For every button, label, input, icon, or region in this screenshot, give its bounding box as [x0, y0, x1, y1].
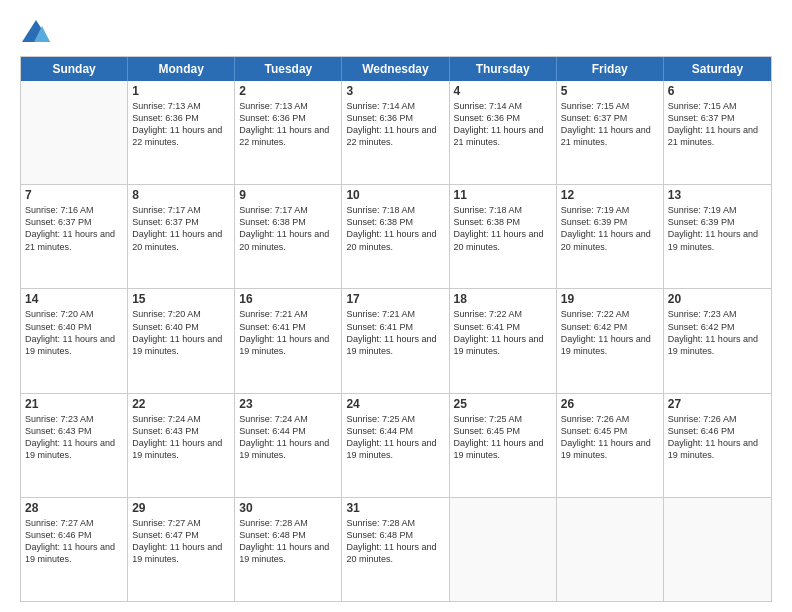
day-number: 10: [346, 188, 444, 202]
day-number: 7: [25, 188, 123, 202]
day-info: Sunrise: 7:27 AMSunset: 6:47 PMDaylight:…: [132, 517, 230, 566]
day-cell-3: 3Sunrise: 7:14 AMSunset: 6:36 PMDaylight…: [342, 81, 449, 184]
empty-cell: [21, 81, 128, 184]
week-row-1: 1Sunrise: 7:13 AMSunset: 6:36 PMDaylight…: [21, 81, 771, 185]
day-cell-17: 17Sunrise: 7:21 AMSunset: 6:41 PMDayligh…: [342, 289, 449, 392]
day-number: 9: [239, 188, 337, 202]
day-cell-15: 15Sunrise: 7:20 AMSunset: 6:40 PMDayligh…: [128, 289, 235, 392]
header-day-friday: Friday: [557, 57, 664, 81]
header-day-monday: Monday: [128, 57, 235, 81]
day-info: Sunrise: 7:24 AMSunset: 6:43 PMDaylight:…: [132, 413, 230, 462]
day-cell-14: 14Sunrise: 7:20 AMSunset: 6:40 PMDayligh…: [21, 289, 128, 392]
day-cell-16: 16Sunrise: 7:21 AMSunset: 6:41 PMDayligh…: [235, 289, 342, 392]
day-number: 1: [132, 84, 230, 98]
header-day-wednesday: Wednesday: [342, 57, 449, 81]
day-info: Sunrise: 7:16 AMSunset: 6:37 PMDaylight:…: [25, 204, 123, 253]
day-info: Sunrise: 7:17 AMSunset: 6:38 PMDaylight:…: [239, 204, 337, 253]
day-info: Sunrise: 7:19 AMSunset: 6:39 PMDaylight:…: [561, 204, 659, 253]
day-info: Sunrise: 7:18 AMSunset: 6:38 PMDaylight:…: [346, 204, 444, 253]
day-number: 30: [239, 501, 337, 515]
day-cell-24: 24Sunrise: 7:25 AMSunset: 6:44 PMDayligh…: [342, 394, 449, 497]
empty-cell: [450, 498, 557, 601]
day-cell-6: 6Sunrise: 7:15 AMSunset: 6:37 PMDaylight…: [664, 81, 771, 184]
calendar-body: 1Sunrise: 7:13 AMSunset: 6:36 PMDaylight…: [21, 81, 771, 601]
day-cell-26: 26Sunrise: 7:26 AMSunset: 6:45 PMDayligh…: [557, 394, 664, 497]
day-cell-9: 9Sunrise: 7:17 AMSunset: 6:38 PMDaylight…: [235, 185, 342, 288]
day-info: Sunrise: 7:22 AMSunset: 6:42 PMDaylight:…: [561, 308, 659, 357]
day-number: 28: [25, 501, 123, 515]
day-cell-12: 12Sunrise: 7:19 AMSunset: 6:39 PMDayligh…: [557, 185, 664, 288]
day-cell-13: 13Sunrise: 7:19 AMSunset: 6:39 PMDayligh…: [664, 185, 771, 288]
day-info: Sunrise: 7:28 AMSunset: 6:48 PMDaylight:…: [239, 517, 337, 566]
day-cell-2: 2Sunrise: 7:13 AMSunset: 6:36 PMDaylight…: [235, 81, 342, 184]
day-number: 17: [346, 292, 444, 306]
day-number: 22: [132, 397, 230, 411]
day-number: 23: [239, 397, 337, 411]
day-cell-22: 22Sunrise: 7:24 AMSunset: 6:43 PMDayligh…: [128, 394, 235, 497]
day-number: 24: [346, 397, 444, 411]
day-info: Sunrise: 7:22 AMSunset: 6:41 PMDaylight:…: [454, 308, 552, 357]
day-number: 3: [346, 84, 444, 98]
empty-cell: [557, 498, 664, 601]
day-info: Sunrise: 7:20 AMSunset: 6:40 PMDaylight:…: [132, 308, 230, 357]
day-number: 4: [454, 84, 552, 98]
day-number: 27: [668, 397, 767, 411]
day-cell-27: 27Sunrise: 7:26 AMSunset: 6:46 PMDayligh…: [664, 394, 771, 497]
day-cell-1: 1Sunrise: 7:13 AMSunset: 6:36 PMDaylight…: [128, 81, 235, 184]
day-info: Sunrise: 7:28 AMSunset: 6:48 PMDaylight:…: [346, 517, 444, 566]
day-number: 2: [239, 84, 337, 98]
day-number: 20: [668, 292, 767, 306]
day-number: 19: [561, 292, 659, 306]
day-cell-8: 8Sunrise: 7:17 AMSunset: 6:37 PMDaylight…: [128, 185, 235, 288]
logo: [20, 18, 56, 46]
day-cell-11: 11Sunrise: 7:18 AMSunset: 6:38 PMDayligh…: [450, 185, 557, 288]
day-cell-4: 4Sunrise: 7:14 AMSunset: 6:36 PMDaylight…: [450, 81, 557, 184]
empty-cell: [664, 498, 771, 601]
day-info: Sunrise: 7:21 AMSunset: 6:41 PMDaylight:…: [346, 308, 444, 357]
day-number: 14: [25, 292, 123, 306]
header-day-saturday: Saturday: [664, 57, 771, 81]
day-info: Sunrise: 7:14 AMSunset: 6:36 PMDaylight:…: [346, 100, 444, 149]
day-number: 8: [132, 188, 230, 202]
calendar-header: SundayMondayTuesdayWednesdayThursdayFrid…: [21, 57, 771, 81]
day-number: 13: [668, 188, 767, 202]
day-number: 18: [454, 292, 552, 306]
day-cell-29: 29Sunrise: 7:27 AMSunset: 6:47 PMDayligh…: [128, 498, 235, 601]
day-info: Sunrise: 7:13 AMSunset: 6:36 PMDaylight:…: [239, 100, 337, 149]
day-cell-23: 23Sunrise: 7:24 AMSunset: 6:44 PMDayligh…: [235, 394, 342, 497]
day-info: Sunrise: 7:25 AMSunset: 6:44 PMDaylight:…: [346, 413, 444, 462]
day-info: Sunrise: 7:25 AMSunset: 6:45 PMDaylight:…: [454, 413, 552, 462]
week-row-5: 28Sunrise: 7:27 AMSunset: 6:46 PMDayligh…: [21, 498, 771, 601]
day-cell-28: 28Sunrise: 7:27 AMSunset: 6:46 PMDayligh…: [21, 498, 128, 601]
page: SundayMondayTuesdayWednesdayThursdayFrid…: [0, 0, 792, 612]
calendar: SundayMondayTuesdayWednesdayThursdayFrid…: [20, 56, 772, 602]
day-info: Sunrise: 7:20 AMSunset: 6:40 PMDaylight:…: [25, 308, 123, 357]
day-info: Sunrise: 7:15 AMSunset: 6:37 PMDaylight:…: [561, 100, 659, 149]
day-number: 26: [561, 397, 659, 411]
day-cell-18: 18Sunrise: 7:22 AMSunset: 6:41 PMDayligh…: [450, 289, 557, 392]
day-number: 25: [454, 397, 552, 411]
day-info: Sunrise: 7:14 AMSunset: 6:36 PMDaylight:…: [454, 100, 552, 149]
day-info: Sunrise: 7:24 AMSunset: 6:44 PMDaylight:…: [239, 413, 337, 462]
day-info: Sunrise: 7:27 AMSunset: 6:46 PMDaylight:…: [25, 517, 123, 566]
day-cell-19: 19Sunrise: 7:22 AMSunset: 6:42 PMDayligh…: [557, 289, 664, 392]
week-row-3: 14Sunrise: 7:20 AMSunset: 6:40 PMDayligh…: [21, 289, 771, 393]
week-row-4: 21Sunrise: 7:23 AMSunset: 6:43 PMDayligh…: [21, 394, 771, 498]
day-number: 15: [132, 292, 230, 306]
day-number: 5: [561, 84, 659, 98]
day-cell-25: 25Sunrise: 7:25 AMSunset: 6:45 PMDayligh…: [450, 394, 557, 497]
day-number: 16: [239, 292, 337, 306]
day-cell-10: 10Sunrise: 7:18 AMSunset: 6:38 PMDayligh…: [342, 185, 449, 288]
day-info: Sunrise: 7:26 AMSunset: 6:46 PMDaylight:…: [668, 413, 767, 462]
day-number: 12: [561, 188, 659, 202]
day-cell-5: 5Sunrise: 7:15 AMSunset: 6:37 PMDaylight…: [557, 81, 664, 184]
day-cell-21: 21Sunrise: 7:23 AMSunset: 6:43 PMDayligh…: [21, 394, 128, 497]
day-number: 29: [132, 501, 230, 515]
day-number: 31: [346, 501, 444, 515]
day-info: Sunrise: 7:17 AMSunset: 6:37 PMDaylight:…: [132, 204, 230, 253]
day-info: Sunrise: 7:18 AMSunset: 6:38 PMDaylight:…: [454, 204, 552, 253]
day-number: 11: [454, 188, 552, 202]
day-cell-20: 20Sunrise: 7:23 AMSunset: 6:42 PMDayligh…: [664, 289, 771, 392]
header-day-thursday: Thursday: [450, 57, 557, 81]
day-cell-30: 30Sunrise: 7:28 AMSunset: 6:48 PMDayligh…: [235, 498, 342, 601]
